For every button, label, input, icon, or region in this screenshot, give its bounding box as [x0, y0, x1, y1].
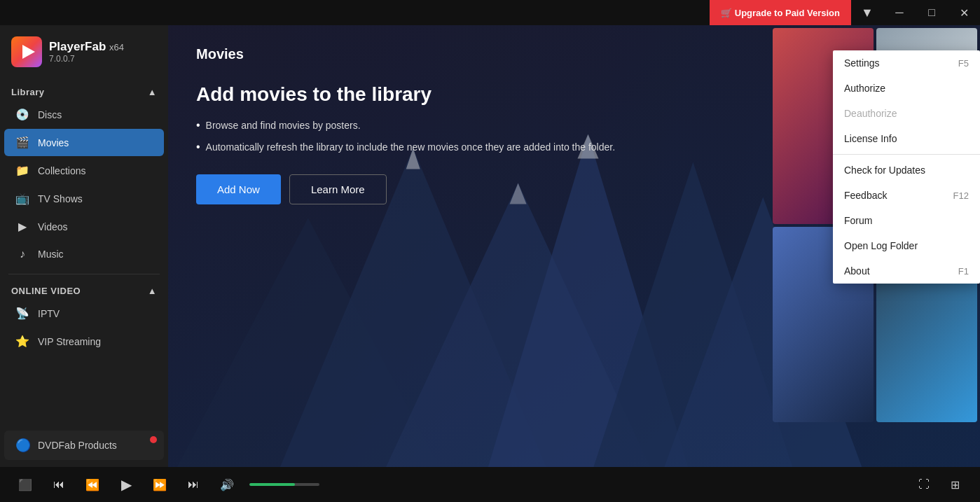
dropdown-item-authorize[interactable]: Authorize	[833, 76, 980, 101]
sidebar-icon-movies: 🎬	[15, 136, 29, 149]
sidebar-icon-videos: ▶	[15, 220, 29, 233]
sidebar-item-music[interactable]: ♪Music	[4, 241, 164, 267]
sidebar-item-vip[interactable]: ⭐VIP Streaming	[4, 328, 164, 355]
sidebar-icon-music: ♪	[15, 248, 29, 260]
dropdown-label-feedback: Feedback	[844, 190, 887, 201]
prev-button[interactable]: ⏮	[48, 473, 70, 496]
volume-icon[interactable]: 🔊	[216, 473, 238, 496]
restore-button[interactable]: □	[916, 0, 948, 25]
sidebar-label-videos: Videos	[38, 221, 68, 232]
sidebar-icon-iptv: 📡	[15, 307, 29, 320]
player-right-controls: ⛶ ⊞	[913, 473, 966, 496]
sidebar-icon-tvshows: 📺	[15, 192, 29, 205]
dropdown-item-forum[interactable]: Forum	[833, 208, 980, 233]
dropdown-divider	[833, 154, 980, 155]
player-bar: ⬛ ⏮ ⏪ ▶ ⏩ ⏭ 🔊 ⛶ ⊞	[0, 467, 980, 502]
dropdown-item-logs[interactable]: Open Log Folder	[833, 233, 980, 258]
menu-button[interactable]: ▼	[851, 0, 883, 25]
dropdown-item-deauthorize: Deauthorize	[833, 101, 980, 126]
dropdown-label-updates: Check for Updates	[844, 165, 925, 176]
dropdown-label-forum: Forum	[844, 215, 872, 226]
sidebar-item-iptv[interactable]: 📡IPTV	[4, 300, 164, 327]
sidebar-label-iptv: IPTV	[38, 308, 60, 319]
title-bar: 🛒 Upgrade to Paid Version ▼ ─ □ ✕	[0, 0, 980, 25]
sidebar-divider-1	[8, 274, 160, 274]
dropdown-item-updates[interactable]: Check for Updates	[833, 158, 980, 183]
fullscreen-button[interactable]: ⛶	[913, 473, 935, 496]
dropdown-label-logs: Open Log Folder	[844, 240, 918, 251]
sidebar-online-items: 📡IPTV⭐VIP Streaming	[0, 299, 168, 356]
dropdown-label-license: License Info	[844, 133, 897, 144]
dropdown-item-settings[interactable]: SettingsF5	[833, 50, 980, 76]
sidebar-label-music: Music	[38, 249, 64, 260]
volume-fill	[249, 483, 295, 486]
upgrade-button[interactable]: 🛒 Upgrade to Paid Version	[710, 0, 851, 25]
sidebar-label-collections: Collections	[38, 165, 85, 176]
logo-version: 7.0.0.7	[49, 54, 124, 64]
next-button[interactable]: ⏭	[182, 473, 205, 496]
sidebar-item-discs[interactable]: 💿Discs	[4, 101, 164, 128]
dvdfab-products-item[interactable]: 🔵 DVDFab Products	[4, 431, 164, 460]
sidebar-item-tvshows[interactable]: 📺TV Shows	[4, 185, 164, 212]
sidebar-icon-discs: 💿	[15, 108, 29, 121]
dvdfab-icon: 🔵	[15, 438, 31, 453]
dropdown-item-about[interactable]: AboutF1	[833, 258, 980, 284]
dropdown-item-license[interactable]: License Info	[833, 126, 980, 151]
dropdown-shortcut-settings: F5	[958, 58, 969, 69]
stop-button[interactable]: ⬛	[14, 473, 36, 496]
library-section-header[interactable]: Library ▲	[0, 81, 168, 100]
learn-more-button[interactable]: Learn More	[289, 174, 387, 204]
sidebar: PlayerFab x64 7.0.0.7 Library ▲ 💿Discs🎬M…	[0, 25, 168, 467]
sidebar-label-tvshows: TV Shows	[38, 193, 83, 204]
sidebar-label-discs: Discs	[38, 109, 62, 120]
dropdown-label-about: About	[844, 265, 870, 277]
dropdown-item-feedback[interactable]: FeedbackF12	[833, 183, 980, 208]
dropdown-shortcut-about: F1	[958, 266, 969, 277]
minimize-button[interactable]: ─	[883, 0, 916, 25]
sidebar-label-vip: VIP Streaming	[38, 336, 101, 347]
sidebar-icon-vip: ⭐	[15, 335, 29, 348]
notification-dot	[150, 436, 157, 443]
volume-slider[interactable]	[249, 483, 319, 486]
app-logo-icon	[11, 36, 42, 67]
grid-view-button[interactable]: ⊞	[944, 473, 966, 496]
logo-name: PlayerFab x64	[49, 40, 124, 54]
forward-button[interactable]: ⏩	[149, 473, 171, 496]
dropdown-label-deauthorize: Deauthorize	[844, 108, 897, 119]
dropdown-menu: SettingsF5AuthorizeDeauthorizeLicense In…	[833, 50, 980, 284]
dropdown-shortcut-feedback: F12	[953, 190, 969, 201]
app-logo: PlayerFab x64 7.0.0.7	[0, 25, 168, 81]
sidebar-label-movies: Movies	[38, 137, 69, 148]
online-video-section-header[interactable]: ONLINE VIDEO ▲	[0, 280, 168, 299]
sidebar-item-collections[interactable]: 📁Collections	[4, 157, 164, 184]
dropdown-label-authorize: Authorize	[844, 83, 885, 94]
logo-text: PlayerFab x64 7.0.0.7	[49, 40, 124, 64]
add-now-button[interactable]: Add Now	[196, 174, 281, 204]
dropdown-label-settings: Settings	[844, 57, 880, 69]
rewind-button[interactable]: ⏪	[81, 473, 104, 496]
sidebar-icon-collections: 📁	[15, 164, 29, 177]
sidebar-library-items: 💿Discs🎬Movies📁Collections📺TV Shows▶Video…	[0, 100, 168, 268]
play-button[interactable]: ▶	[115, 473, 137, 496]
sidebar-item-movies[interactable]: 🎬Movies	[4, 129, 164, 156]
sidebar-item-videos[interactable]: ▶Videos	[4, 213, 164, 240]
close-button[interactable]: ✕	[948, 0, 980, 25]
